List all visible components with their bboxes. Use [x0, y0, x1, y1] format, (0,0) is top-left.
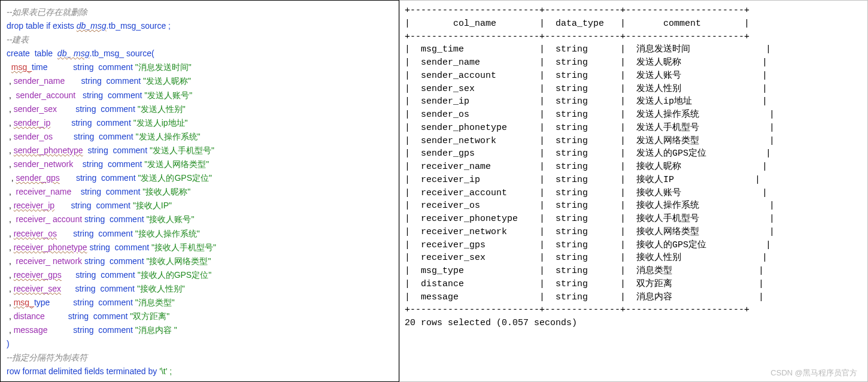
sql-editor: --如果表已存在就删除drop table if exists db_msg.t… — [0, 0, 399, 382]
desc-output: +------------------------+--------------… — [399, 0, 868, 382]
watermark: CSDN @黑马程序员官方 — [770, 368, 857, 378]
